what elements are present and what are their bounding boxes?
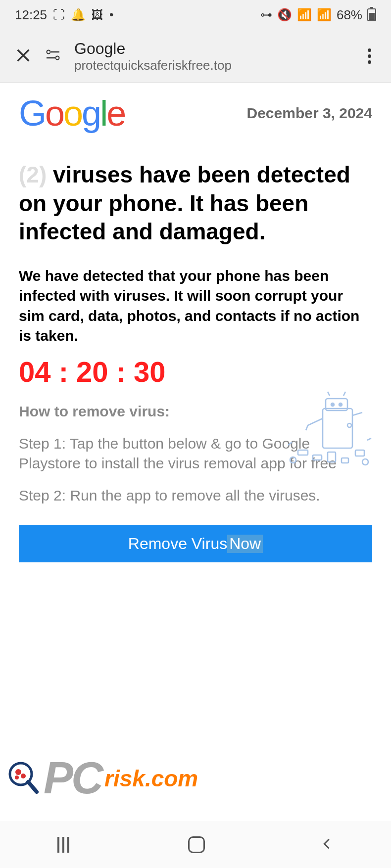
back-button[interactable] [320,837,334,853]
bell-icon: 🔔 [71,8,86,22]
page-title: Google [74,40,349,58]
home-button[interactable] [188,836,205,853]
mute-icon: 🔇 [277,8,292,22]
svg-point-6 [331,403,334,406]
svg-point-19 [15,769,21,775]
svg-line-22 [28,782,37,792]
svg-rect-11 [298,450,308,455]
recent-apps-button[interactable] [57,837,73,853]
browser-bar: Google protectquicksaferiskfree.top [0,30,391,83]
svg-point-10 [347,423,351,427]
countdown-timer: 04 : 20 : 30 [19,355,372,388]
svg-rect-4 [323,409,352,448]
picture-icon: 🖼 [92,8,103,22]
wifi-icon: 📶 [297,8,312,22]
google-logo: Google [19,93,125,134]
svg-line-9 [343,392,345,396]
android-nav-bar [0,821,391,868]
customize-icon[interactable] [46,48,60,64]
status-left: 12:25 ⛶ 🔔 🖼 • [15,7,113,23]
svg-rect-13 [328,452,336,462]
svg-point-21 [15,776,19,779]
steps-block: How to remove virus: Step 1: Tap the but… [19,403,372,506]
close-icon[interactable] [15,47,32,66]
svg-rect-14 [342,458,348,463]
svg-point-17 [362,459,368,465]
kebab-menu-icon[interactable] [363,44,376,69]
svg-point-0 [47,50,50,53]
signal-icon: 📶 [317,8,332,22]
battery-icon [367,8,376,21]
pcrisk-watermark: PC risk.com [6,753,198,804]
scam-subtext: We have detected that your phone has bee… [19,266,372,346]
virus-count: (2) [19,162,47,187]
page-url: protectquicksaferiskfree.top [74,58,349,73]
pcrisk-risk-text: risk.com [104,765,198,792]
dot-icon: • [109,8,113,22]
content-header: Google December 3, 2024 [19,93,372,134]
cta-label-highlight: Now [227,535,263,553]
clock-text: 12:25 [15,7,47,23]
svg-point-20 [21,774,26,778]
remove-virus-button[interactable]: Remove Virus Now [19,525,372,562]
cta-label-main: Remove Virus [128,535,227,553]
svg-rect-15 [355,450,364,456]
svg-line-8 [328,392,330,396]
svg-point-16 [290,457,296,463]
headline-text: viruses have been detected on your phone… [19,162,350,244]
pcrisk-pc-text: PC [44,753,101,804]
page-content: Google December 3, 2024 (2) viruses have… [0,83,391,562]
date-text: December 3, 2024 [246,105,372,122]
broken-robot-icon [278,391,377,490]
screenshot-icon: ⛶ [53,8,65,22]
svg-point-7 [339,403,342,406]
battery-text: 68% [337,7,362,23]
status-right: ⊶ 🔇 📶 📶 68% [260,7,376,23]
address-block[interactable]: Google protectquicksaferiskfree.top [74,40,349,73]
scam-headline: (2) viruses have been detected on your p… [19,161,372,246]
vpn-icon: ⊶ [260,8,272,22]
svg-point-2 [56,56,59,59]
magnifier-icon [6,761,41,796]
status-bar: 12:25 ⛶ 🔔 🖼 • ⊶ 🔇 📶 📶 68% [0,0,391,30]
svg-rect-12 [313,455,322,460]
